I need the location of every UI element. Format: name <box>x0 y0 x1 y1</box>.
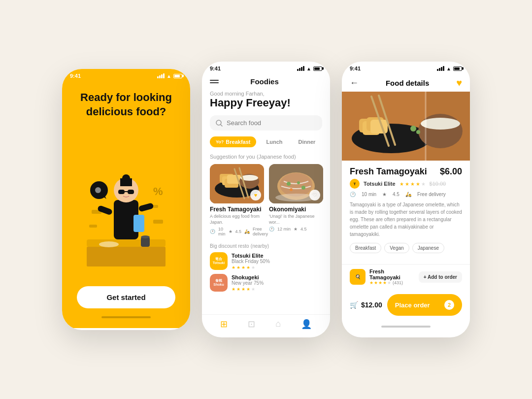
detail-body: ← Food details ♥ <box>342 73 470 335</box>
clock-icon-2: 🕐 <box>269 227 274 232</box>
food-card-okonomiyaki[interactable]: ♡ Okonomiyaki 'Unagi' is the Japanese wo… <box>269 164 323 236</box>
food-card-tamagoyaki[interactable]: ♥ Fresh Tamagoyaki A delicious egg food … <box>210 164 264 236</box>
svg-text:%: % <box>153 185 163 198</box>
detail-rating: 4.5 <box>393 192 399 197</box>
resto-info-totsuki: Totsuki Elite Black Friday 50% ★ ★ ★ ★ ★ <box>232 253 322 270</box>
svg-rect-48 <box>370 120 388 133</box>
nav-grid-icon[interactable]: ⊞ <box>220 319 228 330</box>
star-icon-1: ★ <box>229 229 233 234</box>
resto-stars-1: ★ ★ ★ ★ ★ <box>232 265 322 270</box>
star-icon-2: ★ <box>294 227 298 232</box>
rs-5: ★ <box>421 181 426 187</box>
back-button[interactable]: ← <box>350 78 359 88</box>
heart-icon-2: ♡ <box>312 192 317 199</box>
delivery-icon-1: 🛵 <box>244 229 250 234</box>
tab-dinner-label: Dinner <box>298 139 315 145</box>
resto-promo-1: Black Friday 50% <box>232 259 322 264</box>
search-input[interactable] <box>227 119 316 127</box>
nav-bag-icon[interactable]: ⊡ <box>248 319 255 330</box>
tab-badge: Yo? <box>216 139 224 144</box>
resto-totsuki[interactable]: 竜合Totsuki Totsuki Elite Black Friday 50%… <box>210 252 322 270</box>
wifi-icon-3: ▲ <box>446 66 451 71</box>
svg-rect-16 <box>151 205 158 208</box>
food-desc-2: 'Unagi' is the Japanese wor... <box>269 214 323 225</box>
food-name-2: Okonomiyaki <box>269 206 323 213</box>
star-icon-detail: ★ <box>382 192 387 197</box>
order-item-stars: ★ ★ ★ ★ ★ (431) <box>369 280 415 285</box>
like-badge-2[interactable]: ♡ <box>309 190 320 200</box>
search-bar[interactable] <box>210 115 322 131</box>
svg-rect-18 <box>89 225 97 228</box>
favorite-button[interactable]: ♥ <box>456 77 462 89</box>
signal-icon-2 <box>297 66 304 71</box>
discount-section: Big discount resto (nearby) 竜合Totsuki To… <box>202 240 330 294</box>
resto-promo-2: New year 75% <box>232 280 322 286</box>
tab-snack[interactable]: Snack <box>325 136 330 147</box>
resto-name-1: Totsuki Elite <box>232 253 322 259</box>
status-bar-1: 9:41 ▲ <box>62 69 190 81</box>
tag-japanese[interactable]: Japanese <box>412 243 444 253</box>
app-title: Foodies <box>250 77 279 86</box>
add-order-button[interactable]: + Add to order <box>419 271 462 283</box>
battery-icon-1 <box>173 74 182 78</box>
tag-vegan[interactable]: Vegan <box>384 243 409 253</box>
place-order-button[interactable]: Place order 2 <box>387 294 462 316</box>
bottom-nav: ⊞ ⊡ ⌂ 👤 <box>202 314 330 335</box>
svg-rect-0 <box>87 239 166 247</box>
like-badge-1[interactable]: ♥ <box>250 190 261 200</box>
tab-lunch[interactable]: Lunch <box>260 136 288 147</box>
status-time-3: 9:41 <box>350 66 361 71</box>
nav-home-icon[interactable]: ⌂ <box>275 319 281 330</box>
star-1-2: ★ <box>236 265 240 270</box>
restaurant-stars: ★ ★ ★ ★ ★ <box>399 181 426 187</box>
badge-letter: T <box>354 182 356 186</box>
delivery-icon-detail: 🛵 <box>405 192 411 197</box>
heart-icon-1: ♥ <box>254 192 258 198</box>
order-count: 2 <box>444 300 454 310</box>
menu-icon[interactable] <box>210 80 219 83</box>
discount-title: Big discount resto (nearby) <box>210 242 322 249</box>
rs-3: ★ <box>410 181 415 187</box>
status-icons-1: ▲ <box>157 73 182 79</box>
svg-point-39 <box>297 181 300 184</box>
greeting-section: Good morning Farhan, Happy Freeyay! <box>202 89 330 112</box>
food-hero-svg <box>342 92 470 161</box>
resto-name-2: Shokugeki <box>232 274 322 280</box>
tab-breakfast[interactable]: Yo? Breakfast <box>210 136 256 147</box>
signal-icon-1 <box>157 73 165 78</box>
battery-icon-2 <box>313 66 322 71</box>
status-icons-2: ▲ <box>297 66 322 71</box>
svg-rect-10 <box>128 190 134 194</box>
order-item-info: Fresh Tamagoyaki ★ ★ ★ ★ ★ (431) <box>369 268 415 285</box>
detail-time: 10 min <box>362 192 376 197</box>
food-meta-1: 🕐 10 min ★ 4.5 🛵 Free delivery <box>210 227 264 236</box>
detail-header: ← Food details ♥ <box>342 73 470 92</box>
get-started-button[interactable]: Get started <box>77 286 175 308</box>
star-2-2: ★ <box>236 287 240 292</box>
tab-dinner[interactable]: Dinner <box>292 136 321 147</box>
resto-stars-2: ★ ★ ★ ★ ★ <box>232 287 322 292</box>
food-tags: Breakfast Vegan Japanese <box>350 243 462 253</box>
resto-logo-text-2: 食戟Shoku <box>213 279 224 287</box>
detail-delivery: Free delivery <box>417 192 446 197</box>
star-1-4: ★ <box>246 265 250 270</box>
resto-info-shokugeki: Shokugeki New year 75% ★ ★ ★ ★ ★ <box>232 274 322 292</box>
wifi-icon-1: ▲ <box>166 73 171 79</box>
food-time-2: 12 min <box>277 227 291 232</box>
food-image-tamagoyaki: ♥ <box>210 164 264 203</box>
resto-shokugeki[interactable]: 食戟Shoku Shokugeki New year 75% ★ ★ ★ ★ ★ <box>210 274 322 292</box>
splash-illustration: % <box>72 124 180 286</box>
food-desc-1: A delicious egg food from Japan. <box>210 214 264 225</box>
nav-user-icon[interactable]: 👤 <box>301 319 312 330</box>
svg-rect-9 <box>118 190 125 194</box>
svg-rect-56 <box>427 92 470 161</box>
detail-title: Food details <box>386 79 429 87</box>
discount-sub: (nearby) <box>251 243 269 249</box>
tag-breakfast[interactable]: Breakfast <box>350 243 381 253</box>
food-description: Tamagoyaki is a type of Japanese omelett… <box>350 201 462 238</box>
svg-rect-15 <box>92 210 101 214</box>
svg-point-38 <box>287 182 291 186</box>
signal-icon-3 <box>437 66 444 71</box>
resto-logo-totsuki: 竜合Totsuki <box>210 252 228 270</box>
svg-point-14 <box>141 235 150 238</box>
